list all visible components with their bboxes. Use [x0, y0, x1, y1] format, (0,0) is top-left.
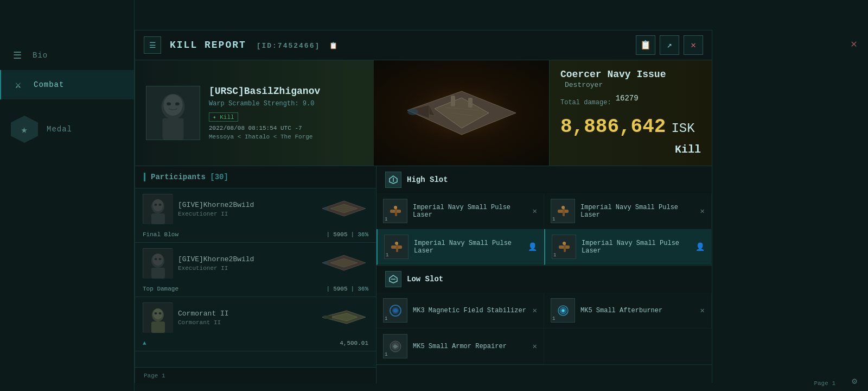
- sidebar-item-bio[interactable]: ☰ Bio: [0, 41, 134, 70]
- participant-main-row-2: [GIVE]Khorne2Bwild Executioner II: [135, 243, 376, 283]
- participant-ship-img-2: [320, 251, 368, 275]
- svg-point-22: [159, 204, 162, 206]
- report-icon-button[interactable]: 📋: [636, 35, 655, 55]
- character-info: [URSC]BasilZhiganov Warp Scramble Streng…: [135, 60, 374, 166]
- svg-point-40: [159, 312, 162, 314]
- slot-item-4[interactable]: 1 Imperial Navy Small Pulse Laser 👤: [544, 229, 712, 265]
- low-item-remove-2[interactable]: ✕: [700, 306, 705, 315]
- low-item-icon-2: 1: [551, 298, 575, 323]
- damage-info: Total damage: 16279: [560, 94, 701, 111]
- svg-point-29: [152, 254, 163, 266]
- slots-panel: High Slot 1: [376, 166, 712, 383]
- participants-label-text: Participants: [151, 173, 206, 181]
- outcome-label: Kill: [560, 143, 701, 156]
- participant-stat-type-1: Final Blow: [143, 231, 178, 238]
- item-icon-4: 1: [552, 235, 576, 259]
- item-name-3: Imperial Navy Small Pulse Laser: [414, 239, 522, 255]
- svg-point-21: [155, 204, 157, 206]
- slot-item-3[interactable]: 1 Imperial Navy Small Pulse Laser 👤: [376, 229, 544, 265]
- participants-count: [30]: [210, 173, 228, 181]
- participant-name-3: Cormorant II: [178, 310, 314, 318]
- low-slot-section: Low Slot 1: [376, 266, 712, 365]
- window-actions: 📋 ↗ ✕: [636, 35, 703, 55]
- ship-display: [374, 60, 549, 166]
- item-name-1: Imperial Navy Small Pulse Laser: [413, 204, 527, 219]
- kill-location: Messoya < Ihatalo < The Forge: [209, 134, 363, 140]
- participant-main-row-1: [GIVE]Khorne2Bwild Executioner II: [135, 188, 376, 229]
- participant-avatar-3: [143, 302, 173, 332]
- item-qty-2: 1: [552, 217, 555, 222]
- kill-report-window: ☰ KILL REPORT [ID:7452466] 📋 📋 ↗ ✕: [135, 30, 712, 383]
- item-remove-1[interactable]: ✕: [533, 206, 537, 216]
- app-close-button[interactable]: ✕: [851, 37, 857, 51]
- character-avatar: [146, 86, 200, 140]
- participant-stats-row-2: Top Damage | 5905 | 36%: [135, 283, 376, 297]
- slot-item[interactable]: 1 Imperial Navy Small Pulse Laser ✕: [376, 193, 544, 229]
- participants-panel: Participants [30]: [135, 166, 376, 383]
- svg-point-31: [159, 258, 162, 260]
- kill-type-text: Kill: [220, 114, 234, 121]
- svg-point-5: [167, 102, 171, 105]
- participant-damage-2: 5905: [333, 286, 347, 292]
- low-item-name-3: MK5 Small Armor Repairer: [413, 343, 527, 350]
- sidebar-nav: ☰ Bio ⚔ Combat ★ Medal: [0, 30, 134, 162]
- low-slot-item-1[interactable]: 1 MK3 Magnetic Field Stabilizer ✕: [376, 293, 544, 329]
- warp-scramble-stat: Warp Scramble Strength: 9.0: [209, 100, 363, 108]
- character-details: [URSC]BasilZhiganov Warp Scramble Streng…: [209, 86, 363, 140]
- svg-point-39: [155, 312, 157, 314]
- kill-timestamp: 2022/08/08 08:15:54 UTC -7: [209, 125, 363, 131]
- filter-icon[interactable]: ⚙: [852, 376, 857, 387]
- item-qty-1: 1: [385, 217, 387, 222]
- svg-point-55: [561, 206, 565, 209]
- participant-stat-type-2: Top Damage: [143, 286, 178, 292]
- sidebar-medals-label: Medal: [47, 125, 72, 134]
- svg-point-20: [152, 199, 163, 211]
- participant-name-1: [GIVE]Khorne2Bwild: [178, 201, 314, 209]
- svg-rect-32: [151, 268, 165, 279]
- low-slot-item-2[interactable]: 1 MK5 Small Afterburner ✕: [544, 293, 712, 329]
- participant-item-2[interactable]: [GIVE]Khorne2Bwild Executioner II: [135, 243, 376, 297]
- title-text: KILL REPORT: [170, 40, 246, 51]
- item-name-4: Imperial Navy Small Pulse Laser: [582, 239, 690, 255]
- low-slot-header: Low Slot: [376, 266, 712, 293]
- low-item-qty-3: 1: [385, 352, 387, 357]
- high-slot-section: High Slot 1: [376, 166, 712, 266]
- copy-icon[interactable]: 📋: [329, 42, 339, 50]
- svg-rect-7: [162, 118, 183, 140]
- participant-item[interactable]: [GIVE]Khorne2Bwild Executioner II: [135, 188, 376, 243]
- svg-rect-15: [468, 98, 473, 108]
- low-item-remove-3[interactable]: ✕: [533, 342, 537, 351]
- window-title: KILL REPORT [ID:7452466] 📋: [170, 40, 627, 51]
- participants-header: Participants [30]: [135, 166, 376, 188]
- slot-item-2[interactable]: 1 Imperial Navy Small Pulse Laser ✕: [544, 193, 712, 229]
- low-slot-item-3[interactable]: 1 MK5 Small Armor Repairer ✕: [376, 329, 544, 364]
- close-window-button[interactable]: ✕: [684, 35, 703, 55]
- sidebar-item-medals[interactable]: ★ Medal: [0, 99, 134, 152]
- low-item-icon-3: 1: [383, 334, 407, 358]
- damage-label: Total damage:: [560, 99, 611, 106]
- item-icon-1: 1: [383, 199, 407, 223]
- participant-damage-1: 5905: [333, 231, 347, 238]
- sidebar-combat-label: Combat: [34, 80, 64, 89]
- participant-item-3[interactable]: Cormorant II Cormorant II: [135, 297, 376, 351]
- participant-ship-3: Cormorant II: [178, 319, 314, 326]
- high-slot-title: High Slot: [407, 175, 448, 184]
- sidebar-bio-label: Bio: [33, 51, 48, 60]
- item-remove-2[interactable]: ✕: [700, 206, 705, 216]
- damage-value: 16279: [616, 94, 639, 103]
- participant-name-2: [GIVE]Khorne2Bwild: [178, 255, 314, 263]
- character-name: [URSC]BasilZhiganov: [209, 86, 363, 97]
- sidebar-item-combat[interactable]: ⚔ Combat: [0, 70, 134, 99]
- export-button[interactable]: ↗: [660, 35, 679, 55]
- user-icon-3: 👤: [528, 242, 537, 251]
- window-menu-button[interactable]: ☰: [144, 36, 161, 54]
- header-section: [URSC]BasilZhiganov Warp Scramble Streng…: [135, 60, 712, 166]
- ship-class: Destroyer: [565, 81, 603, 89]
- low-item-remove-1[interactable]: ✕: [533, 306, 537, 315]
- participant-pct-1: 36%: [358, 231, 368, 238]
- high-slot-icon: [385, 172, 401, 188]
- svg-rect-23: [151, 213, 165, 224]
- content-area: Participants [30]: [135, 166, 712, 383]
- participant-stats-row-3: ▲ 4,500.01: [135, 338, 376, 351]
- low-item-icon-1: 1: [383, 298, 407, 323]
